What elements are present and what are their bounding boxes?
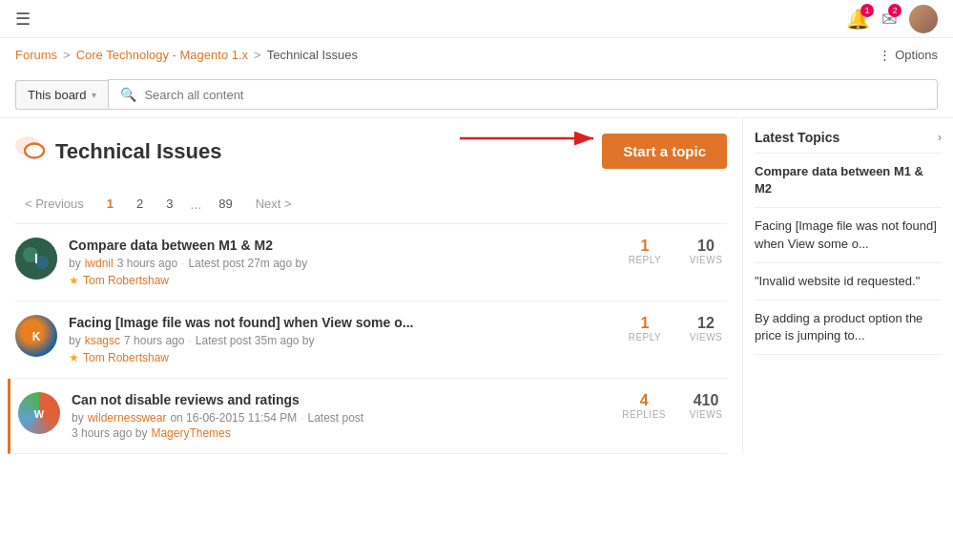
main-layout: Technical Issues Start a topic < Previou… <box>0 118 953 454</box>
next-page-button[interactable]: Next > <box>246 192 301 216</box>
topic-author-link[interactable]: iwdnil <box>85 257 114 270</box>
latest-author-row: ★ Tom Robertshaw <box>69 274 612 287</box>
latest-author-row: ★ Tom Robertshaw <box>69 351 612 364</box>
page-3-button[interactable]: 3 <box>156 192 182 216</box>
topic-title[interactable]: Facing [Image file was not found] when V… <box>69 315 612 330</box>
views-label: VIEWS <box>685 255 727 265</box>
sidebar-item[interactable]: "Invalid website id requested." <box>755 263 942 301</box>
separator-dot: · <box>300 411 303 425</box>
views-stat: 12 VIEWS <box>685 315 727 342</box>
sidebar-item[interactable]: By adding a product option the price is … <box>755 301 942 355</box>
replies-stat: 4 REPLIES <box>622 392 666 420</box>
page-dots: ... <box>187 197 206 212</box>
latest-author-link[interactable]: MageryThemes <box>151 426 230 440</box>
replies-label: REPLIES <box>622 409 666 420</box>
views-count: 10 <box>685 238 727 255</box>
breadcrumb-current: Technical Issues <box>267 48 358 62</box>
prev-page-button[interactable]: < Previous <box>15 192 93 216</box>
hamburger-icon[interactable]: ☰ <box>15 9 31 30</box>
replies-count: 1 <box>624 315 666 332</box>
replies-stat: 1 REPLY <box>624 238 666 265</box>
by-label: by <box>69 257 81 270</box>
topic-item: I Compare data between M1 & M2 by iwdnil… <box>15 224 727 301</box>
topic-item: K Facing [Image file was not found] when… <box>15 301 727 379</box>
replies-count: 1 <box>624 238 666 255</box>
sidebar-item[interactable]: Facing [Image file was not found] when V… <box>755 208 942 262</box>
replies-label: REPLY <box>624 332 666 342</box>
svg-text:K: K <box>32 330 41 343</box>
separator-dot: · <box>181 257 184 270</box>
topic-content: Compare data between M1 & M2 by iwdnil 3… <box>69 238 612 287</box>
latest-author-link[interactable]: Tom Robertshaw <box>83 274 169 287</box>
time-ago: on 16-06-2015 11:54 PM <box>170 411 297 425</box>
topic-avatar: W <box>18 392 60 434</box>
chevron-down-icon: ▾ <box>92 90 96 100</box>
latest-label: Latest post 35m ago by <box>196 334 315 347</box>
replies-count: 4 <box>622 392 666 409</box>
topic-title[interactable]: Compare data between M1 & M2 <box>69 238 612 253</box>
views-label: VIEWS <box>685 409 727 420</box>
topic-meta: by ksagsc 7 hours ago · Latest post 35m … <box>69 334 612 347</box>
topic-author-link[interactable]: wildernesswear <box>88 411 167 425</box>
time-ago: 7 hours ago <box>124 334 184 347</box>
user-avatar[interactable] <box>909 5 938 33</box>
chevron-right-icon: › <box>938 131 942 144</box>
topic-author-link[interactable]: ksagsc <box>85 334 120 347</box>
replies-label: REPLY <box>624 255 666 265</box>
page-1-button[interactable]: 1 <box>97 192 123 216</box>
topic-content: Facing [Image file was not found] when V… <box>69 315 612 364</box>
latest-author-link[interactable]: Tom Robertshaw <box>83 351 169 364</box>
views-count: 410 <box>685 392 727 409</box>
pagination: < Previous 1 2 3 ... 89 Next > <box>15 184 727 224</box>
board-label: This board <box>28 88 86 102</box>
breadcrumb: Forums > Core Technology - Magento 1.x >… <box>0 38 953 72</box>
page-89-button[interactable]: 89 <box>209 192 241 216</box>
sidebar-title-text: Latest Topics <box>755 130 839 145</box>
page-title-text: Technical Issues <box>55 139 221 164</box>
views-stat: 410 VIEWS <box>685 392 727 420</box>
bell-badge: 1 <box>860 4 874 17</box>
topic-meta-2: 3 hours ago by MageryThemes <box>72 426 611 440</box>
topic-avatar: K <box>15 315 57 357</box>
sidebar: Latest Topics › Compare data between M1 … <box>743 118 953 454</box>
latest-label: Latest post <box>308 411 364 425</box>
content-area: Technical Issues Start a topic < Previou… <box>0 118 743 454</box>
by-label: by <box>69 334 81 347</box>
svg-text:W: W <box>34 408 45 420</box>
breadcrumb-forums[interactable]: Forums <box>15 48 57 62</box>
views-count: 12 <box>685 315 727 332</box>
mail-badge: 2 <box>888 4 901 17</box>
start-topic-button[interactable]: Start a topic <box>602 134 727 169</box>
topic-content: Can not disable reviews and ratings by w… <box>72 392 611 440</box>
breadcrumb-core-tech[interactable]: Core Technology - Magento 1.x <box>76 48 248 62</box>
search-bar: This board ▾ 🔍 <box>0 72 953 118</box>
views-label: VIEWS <box>685 332 727 342</box>
search-input[interactable] <box>144 88 925 102</box>
star-icon: ★ <box>69 274 79 287</box>
page-title: Technical Issues <box>15 135 221 168</box>
latest-time: 3 hours ago by <box>72 426 147 440</box>
page-title-row: Technical Issues Start a topic <box>15 134 727 169</box>
messages-icon-wrap[interactable]: ✉ 2 <box>881 8 898 31</box>
search-input-wrap: 🔍 <box>108 79 938 110</box>
sidebar-item[interactable]: Compare data between M1 & M2 <box>755 154 942 208</box>
pagination-left: < Previous 1 2 3 ... 89 Next > <box>15 192 301 216</box>
topic-stats: 4 REPLIES 410 VIEWS <box>622 392 727 420</box>
topic-meta: by wildernesswear on 16-06-2015 11:54 PM… <box>72 411 611 425</box>
separator-dot: · <box>188 334 191 347</box>
topic-title[interactable]: Can not disable reviews and ratings <box>72 392 611 407</box>
options-dots-icon: ⋮ <box>879 48 891 62</box>
latest-label: Latest post 27m ago by <box>188 257 307 270</box>
search-icon: 🔍 <box>120 87 136 102</box>
svg-text:I: I <box>34 251 38 266</box>
forum-icon <box>15 135 46 168</box>
options-menu[interactable]: ⋮ Options <box>879 48 938 62</box>
top-bar: ☰ 🔔 1 ✉ 2 <box>0 0 953 38</box>
page-2-button[interactable]: 2 <box>127 192 153 216</box>
sidebar-title: Latest Topics › <box>755 118 942 154</box>
star-icon: ★ <box>69 351 79 364</box>
notifications-bell[interactable]: 🔔 1 <box>846 8 870 31</box>
board-selector[interactable]: This board ▾ <box>15 80 108 110</box>
replies-stat: 1 REPLY <box>624 315 666 342</box>
time-ago: 3 hours ago <box>117 257 177 270</box>
